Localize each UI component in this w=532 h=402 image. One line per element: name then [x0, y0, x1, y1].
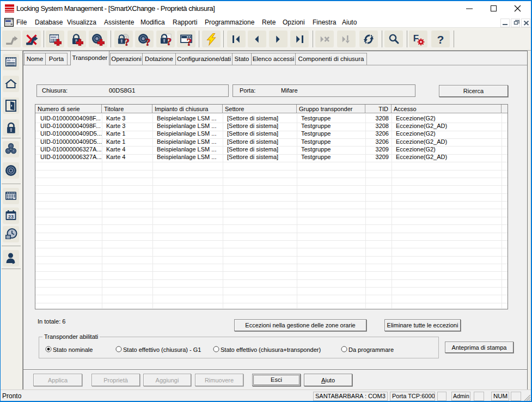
svg-text:23: 23 — [8, 214, 14, 220]
svg-text:?: ? — [167, 35, 172, 46]
svg-text:?: ? — [187, 36, 192, 46]
svg-text:?: ? — [145, 36, 151, 46]
svg-text:?: ? — [437, 33, 444, 46]
svg-text:?: ? — [124, 36, 130, 46]
